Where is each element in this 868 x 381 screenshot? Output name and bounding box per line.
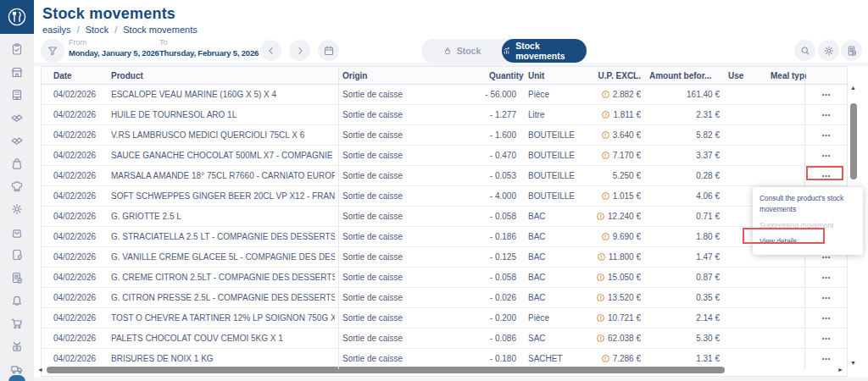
column-header-unit-price: U.P. EXCL.: [574, 67, 641, 84]
cell-date: 04/02/2026: [53, 268, 106, 287]
scale-icon: [10, 340, 24, 353]
cell-meal-type: [771, 125, 806, 145]
cell-unit-price: ! 11.800 €: [574, 247, 641, 267]
cell-unit-price: ! 1.811 €: [574, 105, 641, 124]
sidebar-item-cart[interactable]: [0, 312, 34, 334]
sidebar-item-document-check[interactable]: [0, 243, 34, 266]
tab-stock[interactable]: Stock: [421, 39, 502, 63]
sidebar-item-building[interactable]: [0, 83, 34, 106]
sidebar-item-handshake-2[interactable]: [0, 129, 34, 152]
sidebar-item-partial[interactable]: [8, 375, 25, 381]
column-header-use: Use: [728, 67, 764, 84]
cell-actions: •••: [805, 105, 848, 124]
from-date-value[interactable]: Monday, January 5, 2026: [69, 48, 159, 58]
building-icon: [10, 88, 24, 102]
cell-origin: Sortie de caisse: [342, 349, 468, 368]
chef-hat-icon: [10, 179, 24, 193]
easilys-logo[interactable]: [0, 0, 34, 34]
truck-icon: [10, 362, 24, 376]
sidebar-item-bag[interactable]: [0, 152, 34, 174]
row-actions-button[interactable]: •••: [821, 352, 832, 365]
cell-use: [728, 166, 764, 185]
sidebar-item-invoice[interactable]: [0, 266, 34, 289]
vertical-scroll-down-arrow[interactable]: ▼: [850, 360, 856, 366]
sidebar-item-storefront[interactable]: [0, 60, 34, 83]
unit-price-value: 2.882 €: [613, 90, 641, 99]
column-header-origin: Origin: [342, 67, 468, 84]
breadcrumb-separator: /: [77, 25, 80, 35]
clipboard-icon: [10, 42, 24, 56]
sidebar-item-gear[interactable]: [0, 197, 34, 220]
table-header: Date Product Origin Quantity Unit U.P. E…: [42, 67, 847, 85]
vertical-scrollbar[interactable]: [850, 103, 857, 179]
horizontal-scrollbar[interactable]: [47, 367, 725, 373]
cell-quantity: - 56.000: [464, 85, 516, 104]
row-actions-button[interactable]: •••: [821, 129, 832, 141]
cell-meal-type: [771, 85, 806, 104]
sidebar-item-clipboard[interactable]: [0, 37, 34, 60]
breadcrumb-stock[interactable]: Stock: [86, 25, 109, 35]
menu-item-consult-stock-movements[interactable]: Consult the product's stock movements: [760, 193, 856, 215]
warning-icon: !: [597, 334, 604, 342]
breadcrumb-easilys[interactable]: easilys: [42, 25, 71, 35]
cell-origin: Sortie de caisse: [342, 125, 468, 145]
fork-knife-icon: [6, 6, 28, 28]
row-actions-button[interactable]: •••: [821, 271, 832, 284]
sidebar-item-handshake[interactable]: [0, 106, 34, 129]
cell-use: [728, 268, 764, 287]
cell-quantity: - 0.086: [464, 329, 516, 348]
row-actions-button[interactable]: •••: [821, 149, 832, 162]
cell-product: SAUCE GANACHE CHOCOLAT 500ML X7 - COMPAG…: [111, 146, 335, 165]
row-actions-button[interactable]: •••: [821, 291, 832, 304]
cell-product: ESCALOPE VEAU MARINE (160G X 5) X 4: [111, 85, 335, 104]
table-row: 04/02/2026 G. CREME CITRON 2.5LT - COMPA…: [42, 268, 847, 288]
search-button[interactable]: [794, 40, 815, 61]
sidebar-item-chef-hat[interactable]: [0, 174, 34, 197]
next-period-button[interactable]: [289, 40, 310, 61]
previous-period-button[interactable]: [260, 40, 281, 61]
tab-stock-movements[interactable]: Stock movements: [502, 39, 587, 63]
column-header-amount: Amount befor...: [649, 67, 721, 84]
cell-amount: 0.28 €: [648, 166, 720, 185]
calendar-button[interactable]: [318, 40, 339, 61]
handshake-icon: [10, 111, 24, 124]
gear-icon: [823, 45, 835, 57]
row-actions-button[interactable]: •••: [821, 312, 832, 324]
bag-icon: [10, 157, 24, 170]
invoice-icon: [10, 271, 24, 284]
cell-quantity: - 0.058: [464, 207, 516, 226]
sidebar-item-shopping-bag[interactable]: [0, 220, 34, 243]
view-toggle: Stock Stock movements: [421, 39, 587, 63]
cell-meal-type: [771, 146, 806, 165]
cell-amount: 5.82 €: [648, 125, 720, 145]
table-row: 04/02/2026 MARSALA AMANDE 18° 75CL R7660…: [42, 166, 847, 186]
unit-price-value: 7.170 €: [613, 151, 641, 160]
sidebar-item-bell[interactable]: [0, 289, 34, 312]
unit-price-value: 5.250 €: [613, 171, 641, 180]
sidebar-item-scale[interactable]: [0, 334, 34, 357]
cell-product: G. STRACIATELLA 2.5 LT - COMPAGNIE DES D…: [111, 227, 335, 246]
row-actions-button[interactable]: •••: [821, 332, 832, 345]
settings-button[interactable]: [818, 40, 839, 61]
cell-origin: Sortie de caisse: [342, 105, 468, 124]
horizontal-scroll-right-arrow[interactable]: ►: [837, 367, 843, 373]
export-button[interactable]: [841, 40, 862, 61]
unit-price-value: 3.640 €: [613, 130, 641, 140]
to-date-value[interactable]: Thursday, February 5, 2026: [159, 48, 259, 58]
warning-icon: !: [602, 192, 609, 200]
horizontal-scroll-left-arrow[interactable]: ◄: [37, 367, 43, 373]
cell-origin: Sortie de caisse: [342, 288, 468, 307]
cell-actions: •••: [805, 85, 848, 104]
filter-button[interactable]: [41, 39, 64, 63]
row-actions-button[interactable]: •••: [821, 88, 832, 101]
cell-amount: 3.37 €: [648, 146, 720, 165]
cart-icon: [10, 317, 24, 330]
cell-date: 04/02/2026: [53, 207, 106, 226]
row-actions-button[interactable]: •••: [821, 108, 832, 121]
warning-icon: !: [602, 355, 609, 362]
warning-icon: !: [597, 273, 604, 281]
stock-movements-icon: [502, 46, 511, 56]
vertical-scroll-up-arrow[interactable]: ▲: [850, 85, 856, 91]
cell-actions: •••: [805, 146, 848, 165]
date-from-group: From Monday, January 5, 2026: [69, 38, 159, 58]
